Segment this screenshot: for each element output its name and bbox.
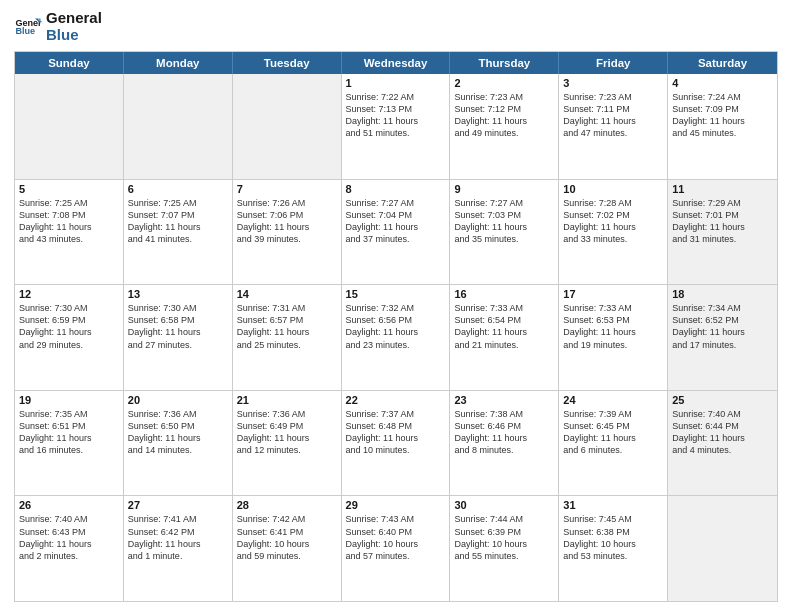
day-number: 13 <box>128 288 228 300</box>
day-detail: Sunrise: 7:27 AM Sunset: 7:03 PM Dayligh… <box>454 197 554 246</box>
logo-icon: General Blue <box>14 13 42 41</box>
header-day-thursday: Thursday <box>450 52 559 74</box>
day-cell-19: 19Sunrise: 7:35 AM Sunset: 6:51 PM Dayli… <box>15 391 124 496</box>
day-cell-29: 29Sunrise: 7:43 AM Sunset: 6:40 PM Dayli… <box>342 496 451 601</box>
day-detail: Sunrise: 7:40 AM Sunset: 6:44 PM Dayligh… <box>672 408 773 457</box>
day-cell-18: 18Sunrise: 7:34 AM Sunset: 6:52 PM Dayli… <box>668 285 777 390</box>
day-number: 8 <box>346 183 446 195</box>
day-detail: Sunrise: 7:45 AM Sunset: 6:38 PM Dayligh… <box>563 513 663 562</box>
day-cell-14: 14Sunrise: 7:31 AM Sunset: 6:57 PM Dayli… <box>233 285 342 390</box>
day-cell-27: 27Sunrise: 7:41 AM Sunset: 6:42 PM Dayli… <box>124 496 233 601</box>
day-cell-31: 31Sunrise: 7:45 AM Sunset: 6:38 PM Dayli… <box>559 496 668 601</box>
day-cell-17: 17Sunrise: 7:33 AM Sunset: 6:53 PM Dayli… <box>559 285 668 390</box>
day-number: 29 <box>346 499 446 511</box>
empty-cell-0-1 <box>124 74 233 179</box>
day-number: 31 <box>563 499 663 511</box>
day-detail: Sunrise: 7:30 AM Sunset: 6:59 PM Dayligh… <box>19 302 119 351</box>
day-cell-11: 11Sunrise: 7:29 AM Sunset: 7:01 PM Dayli… <box>668 180 777 285</box>
day-cell-10: 10Sunrise: 7:28 AM Sunset: 7:02 PM Dayli… <box>559 180 668 285</box>
day-number: 2 <box>454 77 554 89</box>
day-detail: Sunrise: 7:44 AM Sunset: 6:39 PM Dayligh… <box>454 513 554 562</box>
day-cell-12: 12Sunrise: 7:30 AM Sunset: 6:59 PM Dayli… <box>15 285 124 390</box>
day-number: 6 <box>128 183 228 195</box>
logo-name: General Blue <box>46 10 102 43</box>
calendar-header: SundayMondayTuesdayWednesdayThursdayFrid… <box>15 52 777 74</box>
day-detail: Sunrise: 7:33 AM Sunset: 6:54 PM Dayligh… <box>454 302 554 351</box>
day-cell-7: 7Sunrise: 7:26 AM Sunset: 7:06 PM Daylig… <box>233 180 342 285</box>
day-number: 3 <box>563 77 663 89</box>
day-detail: Sunrise: 7:41 AM Sunset: 6:42 PM Dayligh… <box>128 513 228 562</box>
day-number: 27 <box>128 499 228 511</box>
day-detail: Sunrise: 7:36 AM Sunset: 6:50 PM Dayligh… <box>128 408 228 457</box>
calendar-row-0: 1Sunrise: 7:22 AM Sunset: 7:13 PM Daylig… <box>15 74 777 180</box>
day-detail: Sunrise: 7:30 AM Sunset: 6:58 PM Dayligh… <box>128 302 228 351</box>
header-day-wednesday: Wednesday <box>342 52 451 74</box>
logo: General Blue General Blue <box>14 10 102 43</box>
day-cell-1: 1Sunrise: 7:22 AM Sunset: 7:13 PM Daylig… <box>342 74 451 179</box>
header-day-saturday: Saturday <box>668 52 777 74</box>
day-number: 14 <box>237 288 337 300</box>
day-detail: Sunrise: 7:40 AM Sunset: 6:43 PM Dayligh… <box>19 513 119 562</box>
day-detail: Sunrise: 7:25 AM Sunset: 7:08 PM Dayligh… <box>19 197 119 246</box>
calendar-body: 1Sunrise: 7:22 AM Sunset: 7:13 PM Daylig… <box>15 74 777 601</box>
day-cell-28: 28Sunrise: 7:42 AM Sunset: 6:41 PM Dayli… <box>233 496 342 601</box>
day-cell-24: 24Sunrise: 7:39 AM Sunset: 6:45 PM Dayli… <box>559 391 668 496</box>
day-detail: Sunrise: 7:39 AM Sunset: 6:45 PM Dayligh… <box>563 408 663 457</box>
day-number: 21 <box>237 394 337 406</box>
day-cell-21: 21Sunrise: 7:36 AM Sunset: 6:49 PM Dayli… <box>233 391 342 496</box>
empty-cell-0-2 <box>233 74 342 179</box>
calendar-row-3: 19Sunrise: 7:35 AM Sunset: 6:51 PM Dayli… <box>15 391 777 497</box>
day-detail: Sunrise: 7:25 AM Sunset: 7:07 PM Dayligh… <box>128 197 228 246</box>
day-number: 7 <box>237 183 337 195</box>
day-cell-26: 26Sunrise: 7:40 AM Sunset: 6:43 PM Dayli… <box>15 496 124 601</box>
header-day-sunday: Sunday <box>15 52 124 74</box>
calendar: SundayMondayTuesdayWednesdayThursdayFrid… <box>14 51 778 602</box>
header: General Blue General Blue <box>14 10 778 43</box>
day-cell-6: 6Sunrise: 7:25 AM Sunset: 7:07 PM Daylig… <box>124 180 233 285</box>
svg-text:Blue: Blue <box>15 26 35 36</box>
day-cell-13: 13Sunrise: 7:30 AM Sunset: 6:58 PM Dayli… <box>124 285 233 390</box>
day-cell-20: 20Sunrise: 7:36 AM Sunset: 6:50 PM Dayli… <box>124 391 233 496</box>
header-day-tuesday: Tuesday <box>233 52 342 74</box>
day-cell-22: 22Sunrise: 7:37 AM Sunset: 6:48 PM Dayli… <box>342 391 451 496</box>
page: General Blue General Blue SundayMondayTu… <box>0 0 792 612</box>
day-number: 24 <box>563 394 663 406</box>
day-cell-8: 8Sunrise: 7:27 AM Sunset: 7:04 PM Daylig… <box>342 180 451 285</box>
day-detail: Sunrise: 7:26 AM Sunset: 7:06 PM Dayligh… <box>237 197 337 246</box>
day-number: 4 <box>672 77 773 89</box>
calendar-row-2: 12Sunrise: 7:30 AM Sunset: 6:59 PM Dayli… <box>15 285 777 391</box>
day-number: 15 <box>346 288 446 300</box>
day-cell-9: 9Sunrise: 7:27 AM Sunset: 7:03 PM Daylig… <box>450 180 559 285</box>
day-cell-15: 15Sunrise: 7:32 AM Sunset: 6:56 PM Dayli… <box>342 285 451 390</box>
day-detail: Sunrise: 7:28 AM Sunset: 7:02 PM Dayligh… <box>563 197 663 246</box>
day-number: 26 <box>19 499 119 511</box>
day-detail: Sunrise: 7:23 AM Sunset: 7:11 PM Dayligh… <box>563 91 663 140</box>
day-number: 9 <box>454 183 554 195</box>
day-cell-5: 5Sunrise: 7:25 AM Sunset: 7:08 PM Daylig… <box>15 180 124 285</box>
day-detail: Sunrise: 7:43 AM Sunset: 6:40 PM Dayligh… <box>346 513 446 562</box>
day-detail: Sunrise: 7:33 AM Sunset: 6:53 PM Dayligh… <box>563 302 663 351</box>
day-detail: Sunrise: 7:38 AM Sunset: 6:46 PM Dayligh… <box>454 408 554 457</box>
header-day-monday: Monday <box>124 52 233 74</box>
empty-cell-4-6 <box>668 496 777 601</box>
day-number: 12 <box>19 288 119 300</box>
calendar-row-1: 5Sunrise: 7:25 AM Sunset: 7:08 PM Daylig… <box>15 180 777 286</box>
day-number: 19 <box>19 394 119 406</box>
day-number: 17 <box>563 288 663 300</box>
day-detail: Sunrise: 7:29 AM Sunset: 7:01 PM Dayligh… <box>672 197 773 246</box>
empty-cell-0-0 <box>15 74 124 179</box>
day-cell-16: 16Sunrise: 7:33 AM Sunset: 6:54 PM Dayli… <box>450 285 559 390</box>
day-detail: Sunrise: 7:36 AM Sunset: 6:49 PM Dayligh… <box>237 408 337 457</box>
day-detail: Sunrise: 7:22 AM Sunset: 7:13 PM Dayligh… <box>346 91 446 140</box>
day-number: 30 <box>454 499 554 511</box>
day-detail: Sunrise: 7:37 AM Sunset: 6:48 PM Dayligh… <box>346 408 446 457</box>
day-detail: Sunrise: 7:32 AM Sunset: 6:56 PM Dayligh… <box>346 302 446 351</box>
day-number: 28 <box>237 499 337 511</box>
day-cell-23: 23Sunrise: 7:38 AM Sunset: 6:46 PM Dayli… <box>450 391 559 496</box>
day-cell-3: 3Sunrise: 7:23 AM Sunset: 7:11 PM Daylig… <box>559 74 668 179</box>
day-number: 18 <box>672 288 773 300</box>
day-detail: Sunrise: 7:24 AM Sunset: 7:09 PM Dayligh… <box>672 91 773 140</box>
day-number: 11 <box>672 183 773 195</box>
day-detail: Sunrise: 7:23 AM Sunset: 7:12 PM Dayligh… <box>454 91 554 140</box>
day-number: 25 <box>672 394 773 406</box>
